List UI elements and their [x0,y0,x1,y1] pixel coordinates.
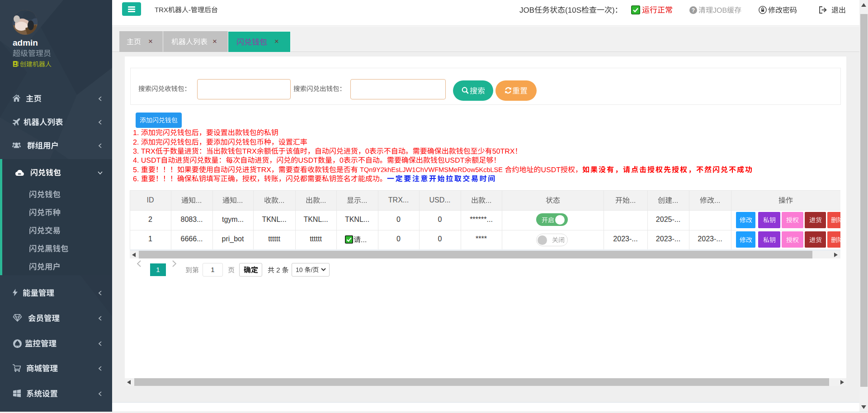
svg-text:?: ? [692,7,695,14]
